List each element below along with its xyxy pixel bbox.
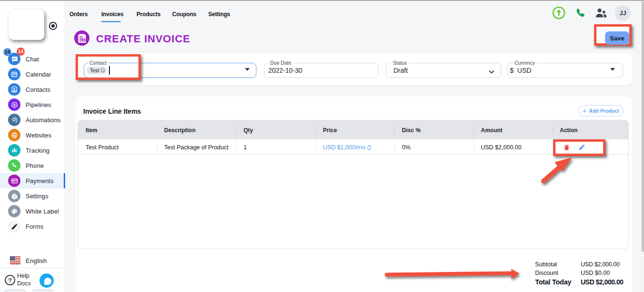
- svg-text:$: $: [13, 103, 16, 107]
- svg-text:$: $: [82, 38, 84, 42]
